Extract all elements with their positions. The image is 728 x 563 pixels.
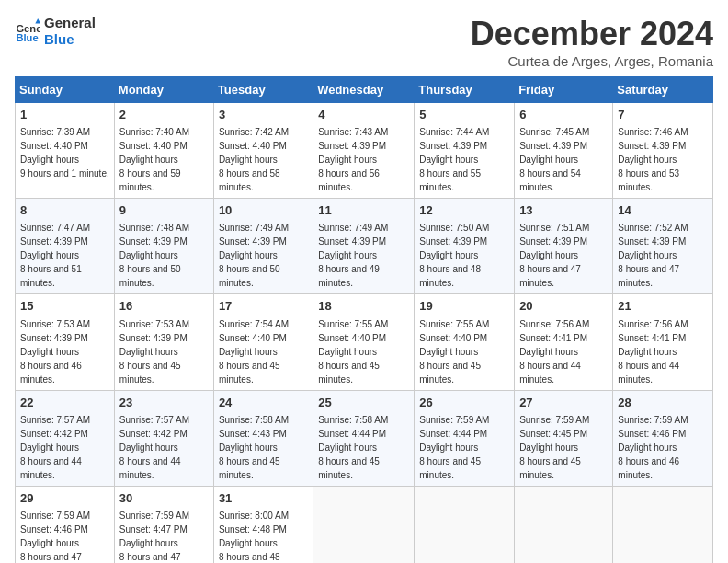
calendar-cell: 26Sunrise: 7:59 AMSunset: 4:44 PMDayligh… [415, 390, 515, 486]
calendar-cell: 6Sunrise: 7:45 AMSunset: 4:39 PMDaylight… [515, 103, 613, 199]
day-info: Sunrise: 7:52 AMSunset: 4:39 PMDaylight … [618, 223, 688, 288]
col-header-friday: Friday [515, 77, 613, 103]
calendar-week-row: 8Sunrise: 7:47 AMSunset: 4:39 PMDaylight… [16, 199, 713, 294]
day-number: 27 [519, 395, 608, 411]
calendar-week-row: 22Sunrise: 7:57 AMSunset: 4:42 PMDayligh… [16, 390, 713, 486]
calendar-week-row: 15Sunrise: 7:53 AMSunset: 4:39 PMDayligh… [16, 294, 713, 390]
day-number: 26 [419, 395, 509, 411]
day-number: 20 [519, 298, 608, 315]
day-info: Sunrise: 7:53 AMSunset: 4:39 PMDaylight … [119, 319, 189, 385]
logo-line1: General [44, 15, 96, 31]
day-info: Sunrise: 7:46 AMSunset: 4:39 PMDaylight … [618, 127, 688, 192]
day-number: 16 [119, 298, 209, 315]
day-info: Sunrise: 7:59 AMSunset: 4:47 PMDaylight … [119, 511, 189, 563]
svg-text:Blue: Blue [16, 32, 38, 43]
col-header-monday: Monday [114, 77, 213, 103]
calendar-cell: 15Sunrise: 7:53 AMSunset: 4:39 PMDayligh… [16, 294, 115, 390]
day-info: Sunrise: 7:57 AMSunset: 4:42 PMDaylight … [20, 415, 90, 480]
day-info: Sunrise: 7:59 AMSunset: 4:46 PMDaylight … [20, 511, 90, 563]
day-info: Sunrise: 7:59 AMSunset: 4:45 PMDaylight … [519, 415, 589, 480]
day-number: 1 [20, 107, 109, 123]
day-number: 4 [318, 107, 409, 123]
calendar-cell: 11Sunrise: 7:49 AMSunset: 4:39 PMDayligh… [313, 199, 415, 294]
calendar-week-row: 29Sunrise: 7:59 AMSunset: 4:46 PMDayligh… [16, 486, 713, 563]
calendar-cell: 29Sunrise: 7:59 AMSunset: 4:46 PMDayligh… [16, 486, 115, 563]
col-header-tuesday: Tuesday [213, 77, 313, 103]
calendar-cell: 19Sunrise: 7:55 AMSunset: 4:40 PMDayligh… [415, 294, 515, 390]
day-number: 3 [219, 107, 308, 123]
calendar-cell: 28Sunrise: 7:59 AMSunset: 4:46 PMDayligh… [613, 390, 713, 486]
calendar-cell: 7Sunrise: 7:46 AMSunset: 4:39 PMDaylight… [613, 103, 713, 199]
calendar-cell: 3Sunrise: 7:42 AMSunset: 4:40 PMDaylight… [213, 103, 313, 199]
calendar-cell [613, 486, 713, 563]
day-info: Sunrise: 7:39 AMSunset: 4:40 PMDaylight … [20, 127, 109, 178]
day-number: 24 [219, 395, 308, 411]
day-info: Sunrise: 7:42 AMSunset: 4:40 PMDaylight … [219, 127, 289, 192]
calendar-cell: 14Sunrise: 7:52 AMSunset: 4:39 PMDayligh… [613, 199, 713, 294]
day-number: 9 [119, 202, 209, 219]
page-header: General Blue General Blue December 2024 … [15, 15, 713, 69]
calendar-cell: 30Sunrise: 7:59 AMSunset: 4:47 PMDayligh… [114, 486, 213, 563]
day-number: 29 [20, 490, 109, 507]
logo-line2: Blue [44, 31, 96, 48]
day-number: 13 [519, 202, 608, 219]
day-info: Sunrise: 8:00 AMSunset: 4:48 PMDaylight … [219, 511, 289, 563]
day-info: Sunrise: 7:44 AMSunset: 4:39 PMDaylight … [419, 127, 489, 192]
day-info: Sunrise: 7:59 AMSunset: 4:44 PMDaylight … [419, 415, 489, 480]
subtitle: Curtea de Arges, Arges, Romania [471, 53, 713, 69]
calendar-cell: 12Sunrise: 7:50 AMSunset: 4:39 PMDayligh… [415, 199, 515, 294]
day-info: Sunrise: 7:57 AMSunset: 4:42 PMDaylight … [119, 415, 189, 480]
calendar-cell: 17Sunrise: 7:54 AMSunset: 4:40 PMDayligh… [213, 294, 313, 390]
logo: General Blue General Blue [15, 15, 96, 48]
day-number: 18 [318, 298, 409, 315]
day-number: 21 [618, 298, 708, 315]
day-number: 23 [119, 395, 209, 411]
day-number: 5 [419, 107, 509, 123]
svg-marker-2 [35, 18, 40, 24]
day-info: Sunrise: 7:51 AMSunset: 4:39 PMDaylight … [519, 223, 589, 288]
day-number: 22 [20, 395, 109, 411]
calendar-cell: 25Sunrise: 7:58 AMSunset: 4:44 PMDayligh… [313, 390, 415, 486]
day-info: Sunrise: 7:48 AMSunset: 4:39 PMDaylight … [119, 223, 189, 288]
calendar-cell [415, 486, 515, 563]
day-number: 19 [419, 298, 509, 315]
calendar-cell: 5Sunrise: 7:44 AMSunset: 4:39 PMDaylight… [415, 103, 515, 199]
day-info: Sunrise: 7:45 AMSunset: 4:39 PMDaylight … [519, 127, 589, 192]
col-header-sunday: Sunday [16, 77, 115, 103]
day-info: Sunrise: 7:49 AMSunset: 4:39 PMDaylight … [219, 223, 289, 288]
day-info: Sunrise: 7:56 AMSunset: 4:41 PMDaylight … [618, 319, 688, 385]
calendar-cell: 21Sunrise: 7:56 AMSunset: 4:41 PMDayligh… [613, 294, 713, 390]
day-info: Sunrise: 7:40 AMSunset: 4:40 PMDaylight … [119, 127, 189, 192]
day-number: 10 [219, 202, 308, 219]
day-number: 8 [20, 202, 109, 219]
day-number: 28 [618, 395, 708, 411]
col-header-saturday: Saturday [613, 77, 713, 103]
calendar-cell: 23Sunrise: 7:57 AMSunset: 4:42 PMDayligh… [114, 390, 213, 486]
day-number: 12 [419, 202, 509, 219]
day-number: 6 [519, 107, 608, 123]
day-info: Sunrise: 7:58 AMSunset: 4:44 PMDaylight … [318, 415, 388, 480]
month-title: December 2024 [471, 15, 713, 53]
day-info: Sunrise: 7:53 AMSunset: 4:39 PMDaylight … [20, 319, 90, 385]
day-number: 31 [219, 490, 308, 507]
calendar-cell: 4Sunrise: 7:43 AMSunset: 4:39 PMDaylight… [313, 103, 415, 199]
day-number: 2 [119, 107, 209, 123]
day-number: 30 [119, 490, 209, 507]
day-info: Sunrise: 7:49 AMSunset: 4:39 PMDaylight … [318, 223, 388, 288]
calendar-body: 1Sunrise: 7:39 AMSunset: 4:40 PMDaylight… [16, 103, 713, 564]
calendar-cell [313, 486, 415, 563]
title-block: December 2024 Curtea de Arges, Arges, Ro… [471, 15, 713, 69]
calendar-cell: 24Sunrise: 7:58 AMSunset: 4:43 PMDayligh… [213, 390, 313, 486]
day-info: Sunrise: 7:43 AMSunset: 4:39 PMDaylight … [318, 127, 388, 192]
calendar-cell: 22Sunrise: 7:57 AMSunset: 4:42 PMDayligh… [16, 390, 115, 486]
day-info: Sunrise: 7:59 AMSunset: 4:46 PMDaylight … [618, 415, 688, 480]
day-info: Sunrise: 7:55 AMSunset: 4:40 PMDaylight … [419, 319, 489, 385]
calendar-cell: 2Sunrise: 7:40 AMSunset: 4:40 PMDaylight… [114, 103, 213, 199]
calendar-cell: 13Sunrise: 7:51 AMSunset: 4:39 PMDayligh… [515, 199, 613, 294]
calendar-cell: 27Sunrise: 7:59 AMSunset: 4:45 PMDayligh… [515, 390, 613, 486]
logo-icon: General Blue [15, 18, 40, 44]
calendar-cell: 16Sunrise: 7:53 AMSunset: 4:39 PMDayligh… [114, 294, 213, 390]
day-info: Sunrise: 7:58 AMSunset: 4:43 PMDaylight … [219, 415, 289, 480]
calendar-table: SundayMondayTuesdayWednesdayThursdayFrid… [15, 76, 713, 563]
day-number: 11 [318, 202, 409, 219]
